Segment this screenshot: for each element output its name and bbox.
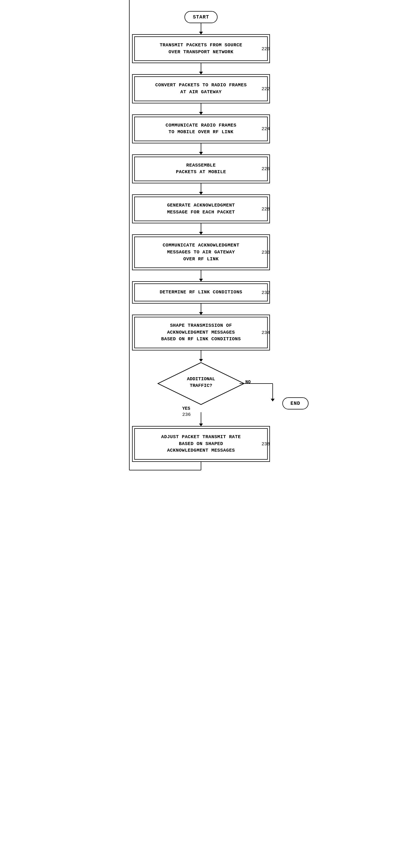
step-224-box: COMMUNICATE RADIO FRAMESTO MOBILE OVER R… bbox=[134, 117, 268, 141]
arrow-6 bbox=[201, 223, 201, 235]
step-228-box: GENERATE ACKNOWLEDGMENTMESSAGE FOR EACH … bbox=[134, 196, 268, 221]
loop-back-svg bbox=[124, 470, 278, 487]
ref-238: 238 bbox=[261, 441, 270, 446]
start-label: START bbox=[193, 14, 209, 20]
ref-228: 228 bbox=[261, 206, 270, 212]
no-branch-svg bbox=[240, 364, 295, 403]
ref-224: 224 bbox=[261, 126, 270, 131]
step-226-outer: REASSEMBLEPACKETS AT MOBILE bbox=[132, 154, 270, 183]
decision-diamond-svg: ADDITIONAL TRAFFIC? bbox=[157, 362, 245, 406]
step-232-outer: DETERMINE RF LINK CONDITIONS bbox=[132, 281, 270, 304]
arrow-5 bbox=[201, 183, 201, 194]
step-228-outer: GENERATE ACKNOWLEDGMENTMESSAGE FOR EACH … bbox=[132, 194, 270, 223]
step-234-outer: SHAPE TRANSMISSION OFACKNOWLEDGMENT MESS… bbox=[132, 315, 270, 350]
end-wrapper: END bbox=[282, 397, 309, 409]
arrow-4 bbox=[201, 144, 201, 154]
ref-230: 230 bbox=[261, 250, 270, 255]
step-226-box: REASSEMBLEPACKETS AT MOBILE bbox=[134, 157, 268, 181]
step-232-box: DETERMINE RF LINK CONDITIONS bbox=[134, 283, 268, 301]
step-220-wrapper: TRANSMIT PACKETS FROM SOURCEOVER TRANSPO… bbox=[124, 34, 278, 63]
step-238-box: ADJUST PACKET TRANSMIT RATEBASED ON SHAP… bbox=[134, 428, 268, 460]
svg-marker-5 bbox=[271, 399, 275, 401]
step-230-box: COMMUNICATE ACKNOWLEDGMENTMESSAGES TO AI… bbox=[134, 237, 268, 268]
step-228-wrapper: GENERATE ACKNOWLEDGMENTMESSAGE FOR EACH … bbox=[124, 194, 278, 223]
ref-222: 222 bbox=[261, 86, 270, 91]
arrow-9 bbox=[201, 350, 201, 362]
step-230-wrapper: COMMUNICATE ACKNOWLEDGMENTMESSAGES TO AI… bbox=[124, 235, 278, 270]
start-terminal: START bbox=[184, 11, 217, 23]
step-220-box: TRANSMIT PACKETS FROM SOURCEOVER TRANSPO… bbox=[134, 36, 268, 61]
end-label: END bbox=[290, 401, 300, 406]
step-222-box: CONVERT PACKETS TO RADIO FRAMESAT AIR GA… bbox=[134, 76, 268, 101]
step-226-wrapper: REASSEMBLEPACKETS AT MOBILE 226 bbox=[124, 154, 278, 183]
step-222-wrapper: CONVERT PACKETS TO RADIO FRAMESAT AIR GA… bbox=[124, 74, 278, 103]
yes-label: YES bbox=[182, 406, 190, 411]
end-terminal: END bbox=[282, 397, 309, 409]
step-238-wrapper: ADJUST PACKET TRANSMIT RATEBASED ON SHAP… bbox=[124, 426, 278, 462]
arrow-3 bbox=[201, 103, 201, 115]
step-222-outer: CONVERT PACKETS TO RADIO FRAMESAT AIR GA… bbox=[132, 74, 270, 103]
ref-226: 226 bbox=[261, 166, 270, 172]
arrow-1 bbox=[201, 23, 201, 34]
arrow-2 bbox=[201, 63, 201, 74]
step-232-wrapper: DETERMINE RF LINK CONDITIONS 232 bbox=[124, 281, 278, 304]
decision-section: ADDITIONAL TRAFFIC? NO YES 236 END bbox=[124, 362, 278, 406]
svg-text:ADDITIONAL: ADDITIONAL bbox=[187, 376, 215, 382]
arrow-10 bbox=[201, 412, 201, 426]
step-234-wrapper: SHAPE TRANSMISSION OFACKNOWLEDGMENT MESS… bbox=[124, 315, 278, 350]
arrow-7 bbox=[201, 270, 201, 281]
step-230-outer: COMMUNICATE ACKNOWLEDGMENTMESSAGES TO AI… bbox=[132, 235, 270, 270]
step-220-outer: TRANSMIT PACKETS FROM SOURCEOVER TRANSPO… bbox=[132, 34, 270, 63]
ref-220: 220 bbox=[261, 46, 270, 51]
svg-text:TRAFFIC?: TRAFFIC? bbox=[190, 383, 212, 388]
step-224-wrapper: COMMUNICATE RADIO FRAMESTO MOBILE OVER R… bbox=[124, 115, 278, 144]
ref-232: 232 bbox=[261, 290, 270, 295]
ref-236: 236 bbox=[182, 412, 191, 417]
step-238-outer: ADJUST PACKET TRANSMIT RATEBASED ON SHAP… bbox=[132, 426, 270, 462]
arrow-11 bbox=[201, 462, 201, 470]
step-224-outer: COMMUNICATE RADIO FRAMESTO MOBILE OVER R… bbox=[132, 115, 270, 144]
step-234-box: SHAPE TRANSMISSION OFACKNOWLEDGMENT MESS… bbox=[134, 317, 268, 348]
ref-234: 234 bbox=[261, 330, 270, 335]
arrow-8 bbox=[201, 304, 201, 315]
flowchart-diagram: START TRANSMIT PACKETS FROM SOURCEOVER T… bbox=[104, 11, 298, 857]
